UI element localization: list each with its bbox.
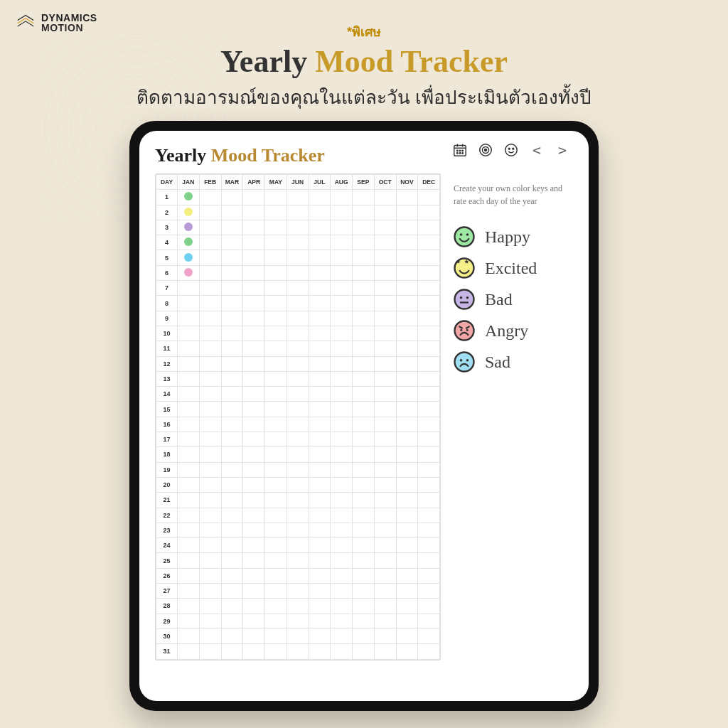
- mood-cell[interactable]: [221, 387, 243, 402]
- mood-cell[interactable]: [418, 371, 440, 386]
- mood-cell[interactable]: [221, 614, 243, 628]
- mood-cell[interactable]: [178, 190, 200, 205]
- mood-cell[interactable]: [309, 599, 331, 614]
- mood-cell[interactable]: [287, 265, 309, 280]
- mood-cell[interactable]: [331, 356, 353, 371]
- mood-cell[interactable]: [396, 250, 418, 265]
- mood-cell[interactable]: [309, 477, 331, 492]
- mood-cell[interactable]: [396, 523, 418, 537]
- mood-cell[interactable]: [243, 205, 265, 220]
- mood-cell[interactable]: [265, 296, 287, 311]
- mood-cell[interactable]: [374, 402, 396, 417]
- mood-cell[interactable]: [199, 311, 221, 326]
- mood-cell[interactable]: [287, 190, 309, 205]
- mood-cell[interactable]: [309, 190, 331, 205]
- mood-cell[interactable]: [265, 432, 287, 447]
- prev-icon[interactable]: <: [529, 142, 545, 158]
- mood-cell[interactable]: [178, 628, 200, 643]
- mood-cell[interactable]: [178, 402, 200, 417]
- mood-cell[interactable]: [353, 311, 375, 326]
- mood-cell[interactable]: [331, 190, 353, 205]
- mood-cell[interactable]: [309, 341, 331, 356]
- mood-cell[interactable]: [374, 462, 396, 477]
- mood-cell[interactable]: [199, 644, 221, 659]
- mood-cell[interactable]: [199, 493, 221, 508]
- mood-cell[interactable]: [418, 614, 440, 628]
- mood-cell[interactable]: [353, 538, 375, 553]
- mood-cell[interactable]: [199, 447, 221, 462]
- mood-cell[interactable]: [374, 614, 396, 628]
- mood-cell[interactable]: [331, 614, 353, 628]
- mood-cell[interactable]: [309, 326, 331, 341]
- mood-cell[interactable]: [353, 432, 375, 447]
- mood-cell[interactable]: [418, 508, 440, 523]
- mood-cell[interactable]: [374, 599, 396, 614]
- mood-cell[interactable]: [331, 371, 353, 386]
- mood-cell[interactable]: [243, 296, 265, 311]
- mood-cell[interactable]: [199, 523, 221, 537]
- mood-cell[interactable]: [243, 387, 265, 402]
- mood-cell[interactable]: [331, 644, 353, 659]
- mood-cell[interactable]: [243, 371, 265, 386]
- mood-cell[interactable]: [418, 387, 440, 402]
- mood-cell[interactable]: [418, 477, 440, 492]
- mood-cell[interactable]: [418, 311, 440, 326]
- mood-cell[interactable]: [265, 281, 287, 296]
- mood-cell[interactable]: [287, 508, 309, 523]
- mood-cell[interactable]: [309, 356, 331, 371]
- mood-cell[interactable]: [309, 235, 331, 250]
- mood-cell[interactable]: [309, 493, 331, 508]
- mood-cell[interactable]: [374, 205, 396, 220]
- mood-cell[interactable]: [221, 568, 243, 583]
- mood-cell[interactable]: [353, 341, 375, 356]
- mood-cell[interactable]: [221, 296, 243, 311]
- mood-cell[interactable]: [396, 356, 418, 371]
- mood-cell[interactable]: [353, 250, 375, 265]
- mood-cell[interactable]: [396, 402, 418, 417]
- mood-cell[interactable]: [418, 205, 440, 220]
- mood-cell[interactable]: [221, 281, 243, 296]
- mood-cell[interactable]: [287, 235, 309, 250]
- mood-cell[interactable]: [243, 417, 265, 432]
- mood-cell[interactable]: [331, 265, 353, 280]
- mood-cell[interactable]: [265, 628, 287, 643]
- mood-cell[interactable]: [309, 371, 331, 386]
- mood-cell[interactable]: [331, 508, 353, 523]
- mood-cell[interactable]: [221, 628, 243, 643]
- mood-cell[interactable]: [243, 402, 265, 417]
- mood-cell[interactable]: [221, 311, 243, 326]
- mood-cell[interactable]: [374, 387, 396, 402]
- mood-cell[interactable]: [243, 508, 265, 523]
- mood-cell[interactable]: [265, 371, 287, 386]
- mood-cell[interactable]: [178, 311, 200, 326]
- mood-cell[interactable]: [309, 628, 331, 643]
- mood-cell[interactable]: [374, 371, 396, 386]
- mood-cell[interactable]: [353, 508, 375, 523]
- mood-cell[interactable]: [265, 402, 287, 417]
- mood-cell[interactable]: [331, 281, 353, 296]
- mood-cell[interactable]: [199, 250, 221, 265]
- mood-cell[interactable]: [353, 568, 375, 583]
- mood-cell[interactable]: [374, 508, 396, 523]
- mood-cell[interactable]: [243, 644, 265, 659]
- mood-cell[interactable]: [396, 432, 418, 447]
- mood-cell[interactable]: [178, 356, 200, 371]
- mood-cell[interactable]: [287, 311, 309, 326]
- mood-cell[interactable]: [178, 371, 200, 386]
- mood-cell[interactable]: [265, 614, 287, 628]
- mood-cell[interactable]: [178, 432, 200, 447]
- mood-cell[interactable]: [396, 462, 418, 477]
- mood-cell[interactable]: [243, 568, 265, 583]
- mood-cell[interactable]: [353, 296, 375, 311]
- mood-cell[interactable]: [353, 205, 375, 220]
- mood-cell[interactable]: [287, 371, 309, 386]
- mood-cell[interactable]: [221, 508, 243, 523]
- mood-cell[interactable]: [396, 599, 418, 614]
- mood-cell[interactable]: [199, 477, 221, 492]
- mood-cell[interactable]: [418, 538, 440, 553]
- mood-cell[interactable]: [331, 205, 353, 220]
- mood-cell[interactable]: [353, 281, 375, 296]
- mood-cell[interactable]: [287, 599, 309, 614]
- mood-cell[interactable]: [396, 341, 418, 356]
- mood-cell[interactable]: [418, 402, 440, 417]
